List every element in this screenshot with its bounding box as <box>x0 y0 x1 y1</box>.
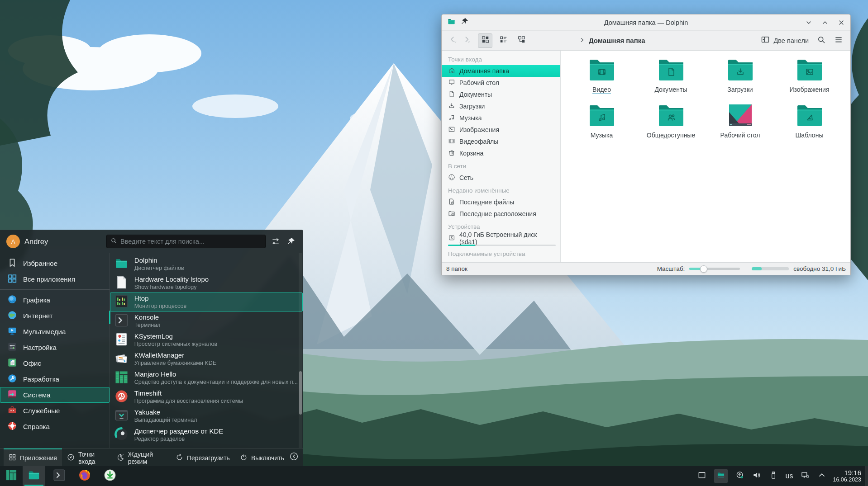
folder-tile[interactable]: Рабочий стол <box>706 101 775 139</box>
pin-icon[interactable] <box>460 17 469 28</box>
folder-tile[interactable]: Загрузки <box>706 55 775 94</box>
places-item[interactable]: Документы <box>442 89 560 100</box>
folder-count: 8 папок <box>446 265 467 272</box>
places-item[interactable]: Домашняя папка <box>442 65 560 77</box>
clock[interactable]: 19:16 16.06.2023 <box>833 469 861 483</box>
update-notifier-tray[interactable] <box>735 471 744 481</box>
usb-tray[interactable] <box>769 471 778 481</box>
zoom-slider-knob[interactable] <box>700 265 707 273</box>
folder-label: Общедоступные <box>647 132 695 139</box>
app-item-description: Диспетчер файлов <box>134 265 184 272</box>
breadcrumb-label[interactable]: Домашняя папка <box>589 37 645 44</box>
breadcrumb[interactable]: Домашняя папка <box>579 37 645 45</box>
sidebar-item-development[interactable]: Разработка <box>0 371 110 387</box>
places-item[interactable]: Рабочий стол <box>442 77 560 89</box>
sidebar-item-apps-grid[interactable]: Все приложения <box>0 271 110 287</box>
task-updater[interactable] <box>99 466 121 486</box>
places-item[interactable]: 40,0 ГиБ Встроенный диск (sda1) <box>442 232 560 244</box>
places-item[interactable]: Последние расположения <box>442 208 560 220</box>
task-konsole[interactable] <box>48 466 71 486</box>
app-item-htop[interactable]: HtopМонитор процессов <box>110 293 303 311</box>
forward-button[interactable] <box>460 34 473 47</box>
sidebar-item-utilities[interactable]: Служебные <box>0 403 110 419</box>
places-item[interactable]: Последние файлы <box>442 196 560 208</box>
keyboard-layout-indicator[interactable]: us <box>786 472 793 480</box>
minimize-icon[interactable] <box>805 19 812 26</box>
search-box[interactable] <box>106 235 266 248</box>
configure-icon[interactable] <box>270 236 281 247</box>
footer-tab-restart[interactable]: Перезагрузить <box>171 448 235 466</box>
launcher-button[interactable] <box>3 467 20 485</box>
sidebar-item-bookmark[interactable]: Избранное <box>0 255 110 271</box>
chevron-up-tray[interactable] <box>817 471 826 481</box>
network-wired-tray[interactable] <box>801 471 810 481</box>
back-button[interactable] <box>446 34 460 47</box>
sidebar-item-system[interactable]: Система <box>0 387 110 403</box>
tree-view-button[interactable] <box>514 33 529 48</box>
document-icon <box>448 90 455 99</box>
collapse-button[interactable] <box>289 452 299 463</box>
app-item-kwallet[interactable]: KWalletManagerУправление бумажниками KDE <box>110 349 303 368</box>
pin-icon[interactable] <box>286 236 296 247</box>
app-item-ksystemlog[interactable]: KSystemLogПросмотр системных журналов <box>110 330 303 349</box>
task-dolphin[interactable] <box>23 466 45 486</box>
folder-tile[interactable]: Документы <box>636 55 706 94</box>
places-item[interactable]: Загрузки <box>442 100 560 112</box>
folder-tile[interactable]: Шаблоны <box>775 101 844 139</box>
zoom-slider[interactable] <box>689 268 740 270</box>
folder-tile[interactable]: Музыка <box>567 101 636 139</box>
places-item[interactable]: Видеофайлы <box>442 136 560 147</box>
close-icon[interactable] <box>838 19 845 26</box>
details-view-button[interactable] <box>496 33 510 48</box>
folder-tile[interactable]: Общедоступные <box>636 101 706 139</box>
folder-tray-tray[interactable] <box>714 469 728 483</box>
split-view-button[interactable]: Две панели <box>761 35 809 46</box>
show-desktop-tray[interactable] <box>697 471 706 481</box>
volume-tray[interactable] <box>752 471 761 481</box>
search-input[interactable] <box>120 238 262 245</box>
app-item-yakuake[interactable]: YakuakeВыпадающий терминал <box>110 406 303 425</box>
hamburger-icon[interactable] <box>834 35 843 46</box>
launcher-footer: ПриложенияТочки входаЖдущий режимПерезаг… <box>0 448 303 466</box>
help-icon <box>7 421 17 432</box>
app-item-timeshift[interactable]: TimeshiftПрограмма для восстановления си… <box>110 387 303 406</box>
sidebar-item-graphics[interactable]: Графика <box>0 292 110 308</box>
app-item-konsole[interactable]: KonsoleТерминал <box>110 311 303 330</box>
folder-tile[interactable]: Видео <box>567 55 636 94</box>
sidebar-item-help[interactable]: Справка <box>0 419 110 434</box>
places-item[interactable]: Корзина <box>442 147 560 159</box>
lstopo-icon <box>114 275 129 292</box>
show-desktop-strip[interactable] <box>865 466 868 486</box>
avatar[interactable]: A <box>6 235 20 248</box>
app-item-description: Терминал <box>134 322 161 329</box>
search-icon[interactable] <box>817 35 826 46</box>
app-scrollbar-track[interactable] <box>299 253 302 448</box>
places-item[interactable]: Изображения <box>442 124 560 136</box>
footer-tab-moon[interactable]: Ждущий режим <box>112 448 171 466</box>
app-item-partition[interactable]: Диспетчер разделов от KDEРедактор раздел… <box>110 425 303 444</box>
app-item-dolphin[interactable]: DolphinДиспетчер файлов <box>110 255 303 274</box>
places-item-label: Видеофайлы <box>459 138 498 145</box>
footer-tab-power[interactable]: Выключить <box>235 448 289 466</box>
places-item[interactable]: Музыка <box>442 112 560 124</box>
sidebar-item-internet[interactable]: Интернет <box>0 308 110 324</box>
icons-view-button[interactable] <box>478 33 492 48</box>
maximize-icon[interactable] <box>821 19 829 26</box>
firefox-icon <box>78 468 91 484</box>
folder-tile[interactable]: Изображения <box>775 55 844 94</box>
app-item-manjaro[interactable]: Manjaro HelloСредство доступа к документ… <box>110 368 303 387</box>
footer-tab-apps-grid-mono[interactable]: Приложения <box>4 448 62 466</box>
app-item-lstopo[interactable]: Hardware Locality lstopoShow hardware to… <box>110 274 303 293</box>
sidebar-item-office[interactable]: Офис <box>0 355 110 371</box>
app-scrollbar[interactable] <box>299 371 302 415</box>
compass-icon <box>67 453 75 462</box>
sidebar-item-settings[interactable]: Настройка <box>0 340 110 355</box>
places-item[interactable]: Сеть <box>442 172 560 184</box>
dolphin-titlebar[interactable]: Домашняя папка — Dolphin <box>442 14 850 31</box>
footer-tab-compass[interactable]: Точки входа <box>62 448 112 466</box>
folder-tray-icon <box>716 471 725 481</box>
dolphin-folder-view[interactable]: ВидеоДокументыЗагрузкиИзображенияМузыкаО… <box>561 51 850 262</box>
task-firefox[interactable] <box>73 466 96 486</box>
desktop-icon <box>448 79 455 87</box>
sidebar-item-multimedia[interactable]: Мультимедиа <box>0 324 110 340</box>
